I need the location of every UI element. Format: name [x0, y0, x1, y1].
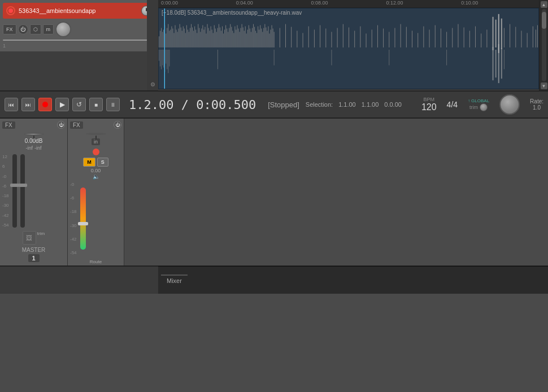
- global-label: GLOBAL: [471, 98, 489, 103]
- svg-rect-75: [240, 32, 240, 47]
- svg-rect-1: [159, 36, 159, 47]
- record-icon: [42, 102, 48, 107]
- pause-btn[interactable]: ⏸: [106, 98, 120, 111]
- svg-rect-51: [216, 32, 217, 47]
- svg-rect-84: [250, 29, 250, 48]
- svg-rect-134: [441, 29, 441, 48]
- svg-rect-3: [161, 28, 162, 48]
- svg-rect-35: [198, 24, 198, 47]
- mixer-tab[interactable]: Mixer: [161, 275, 188, 286]
- cycle-btn[interactable]: ↺: [72, 98, 86, 111]
- svg-rect-23: [184, 29, 185, 48]
- scale-0: -0: [2, 174, 9, 179]
- channel1-power-btn[interactable]: ⏻: [57, 121, 65, 129]
- scale-m18: -18: [2, 193, 9, 198]
- svg-rect-135: [446, 32, 447, 47]
- svg-rect-53: [495, 20, 497, 47]
- svg-rect-101: [269, 33, 269, 47]
- svg-rect-107: [285, 24, 286, 47]
- svg-rect-50: [215, 29, 216, 48]
- svg-rect-69: [232, 31, 233, 47]
- svg-rect-18: [179, 29, 179, 48]
- ruler-mark-2: 0:08.00: [311, 0, 328, 6]
- svg-rect-137: [458, 24, 458, 47]
- record-btn[interactable]: [38, 98, 52, 111]
- svg-rect-164: [501, 48, 502, 79]
- svg-rect-38: [201, 29, 202, 48]
- play-btn[interactable]: ▶: [55, 98, 69, 111]
- vertical-scrollbar[interactable]: ▲ ▼: [539, 0, 548, 90]
- svg-rect-122: [372, 29, 372, 47]
- scroll-up-btn[interactable]: ▲: [541, 1, 547, 8]
- scroll-down-btn[interactable]: ▼: [541, 82, 547, 89]
- channel1-fader-top: -inf: [25, 145, 33, 151]
- svg-rect-123: [377, 25, 378, 47]
- rate-value: 1.0: [533, 104, 541, 111]
- channel1-fx-label[interactable]: FX: [2, 121, 15, 129]
- fader-right-thumb[interactable]: [18, 184, 27, 187]
- trim-knob[interactable]: [480, 103, 488, 111]
- time-signature[interactable]: 4/4: [447, 100, 458, 109]
- fader-left-track[interactable]: [12, 154, 17, 228]
- rate-section: Rate: 1.0: [530, 98, 543, 111]
- svg-rect-4: [162, 32, 163, 47]
- track-automation-button[interactable]: ⬡: [30, 24, 41, 34]
- channel2-fx-label[interactable]: FX: [70, 121, 83, 129]
- svg-rect-98: [266, 28, 266, 48]
- bottom-left: [0, 266, 158, 294]
- global-btn[interactable]: ↑ GLOBAL: [468, 98, 489, 103]
- svg-rect-80: [245, 27, 246, 47]
- svg-rect-108: [291, 27, 292, 47]
- stop-btn[interactable]: ■: [89, 98, 103, 111]
- svg-rect-85: [251, 32, 251, 47]
- svg-rect-119: [354, 31, 355, 47]
- track-power-button[interactable]: ⏻: [18, 24, 28, 34]
- vertical-scrollbar-thumb[interactable]: [542, 12, 546, 29]
- bpm-value[interactable]: 120: [421, 102, 437, 112]
- svg-rect-88: [254, 27, 255, 47]
- channel1-pan-knob[interactable]: [24, 133, 44, 136]
- ruler-mark-3: 0:12.00: [386, 0, 403, 6]
- fader-right-col: [20, 154, 25, 228]
- scale-m42: -42: [2, 213, 9, 218]
- fader-right-track[interactable]: [20, 154, 25, 228]
- rate-label: Rate:: [530, 98, 543, 104]
- waveform-track[interactable]: [+18.0dB] 536343__ambientsoundapp__heavy…: [158, 8, 539, 89]
- track-extra-button[interactable]: m: [43, 24, 54, 34]
- svg-rect-144: [510, 24, 510, 47]
- svg-rect-111: [308, 27, 309, 47]
- track-settings-icon[interactable]: ⚙: [150, 81, 155, 88]
- fader2-left-thumb[interactable]: [78, 222, 88, 225]
- channel2-pan-knob[interactable]: [86, 133, 106, 135]
- ruler-mark-0: 0:00.00: [161, 0, 178, 6]
- track-controls: FX ⏻ ⬡ m: [3, 21, 155, 37]
- channel1-image-btn[interactable]: 🖼: [23, 231, 36, 245]
- fader2-left-track[interactable]: [80, 188, 86, 250]
- track-volume-knob[interactable]: [55, 21, 71, 37]
- svg-rect-42: [206, 33, 206, 47]
- channel2-mute-btn[interactable]: M: [83, 158, 95, 167]
- channel2-solo-btn[interactable]: S: [97, 158, 108, 167]
- master-volume-knob[interactable]: [499, 94, 520, 115]
- svg-rect-27: [189, 32, 189, 47]
- fader2-left-col: [80, 188, 86, 250]
- svg-rect-48: [213, 33, 214, 47]
- svg-rect-28: [190, 28, 190, 48]
- channel2-power-btn[interactable]: ⏻: [114, 121, 121, 129]
- rewind-btn[interactable]: ⏭: [21, 98, 35, 111]
- svg-rect-62: [224, 29, 225, 47]
- svg-rect-124: [383, 29, 384, 48]
- rewind-start-btn[interactable]: ⏮: [5, 98, 18, 111]
- svg-rect-120: [360, 27, 360, 47]
- vertical-scrollbar-track[interactable]: [542, 9, 546, 81]
- svg-rect-162: [495, 50, 497, 77]
- svg-rect-58: [220, 28, 220, 48]
- track-record-button[interactable]: [6, 6, 15, 15]
- svg-rect-114: [325, 29, 326, 48]
- mixer-area: FX ⏻ 0.00dB -inf -inf 12 6 -0 -6 -18 -30…: [0, 119, 548, 265]
- track-empty-area: [3, 40, 155, 41]
- channel2-speaker-btn[interactable]: 🔈: [92, 173, 101, 180]
- fx-button[interactable]: FX: [3, 24, 16, 34]
- svg-rect-40: [203, 29, 204, 47]
- channel-2: FX ⏻ in M S 0.00 🔈 -0 -6 -18 -30 -42 -54: [68, 119, 124, 265]
